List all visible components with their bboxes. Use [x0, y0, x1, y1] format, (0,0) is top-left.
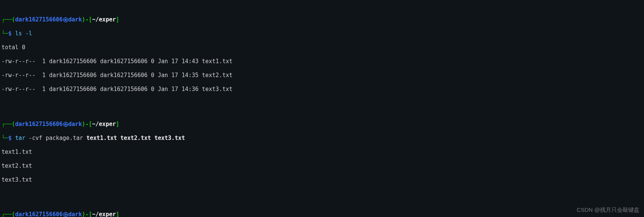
tar-output-row: text3.txt	[2, 176, 642, 184]
prompt-line-2-bottom: └─$ tar -cvf package.tar text1.txt text2…	[2, 135, 642, 142]
skull-icon: ㉿	[63, 16, 68, 23]
prompt-corner-icon: ┌──(	[2, 211, 15, 217]
prompt-corner-icon: ┌──(	[2, 16, 15, 23]
ls-row: -rw-r--r-- 1 dark1627156606 dark16271566…	[2, 86, 642, 93]
prompt-host: dark	[68, 211, 82, 217]
prompt-line-2-top: ┌──(dark1627156606㉿dark)-[~/exper]	[2, 121, 642, 128]
ls-row: -rw-r--r-- 1 dark1627156606 dark16271566…	[2, 58, 642, 65]
command-1: ls -l	[15, 30, 32, 37]
command-2-opt: -cvf	[25, 135, 46, 141]
prompt-line-1-bottom: └─$ ls -l	[2, 30, 642, 37]
command-2-name: tar	[15, 135, 25, 141]
ls-row: -rw-r--r-- 1 dark1627156606 dark16271566…	[2, 72, 642, 79]
prompt-line-3-top: ┌──(dark1627156606㉿dark)-[~/exper]	[2, 211, 642, 217]
prompt-end: ]	[116, 16, 119, 23]
command-2-files: text1.txt text2.txt text3.txt	[87, 135, 185, 141]
prompt-user: dark1627156606	[15, 16, 62, 23]
prompt-symbol: $	[8, 135, 12, 141]
output-total: total 0	[2, 44, 642, 51]
command-2-arg: package.tar	[46, 135, 86, 141]
prompt-user: dark1627156606	[15, 121, 62, 127]
prompt-path: ~/exper	[92, 16, 116, 23]
skull-icon: ㉿	[63, 211, 68, 217]
prompt-sep: )-[	[82, 211, 92, 217]
terminal[interactable]: ┌──(dark1627156606㉿dark)-[~/exper] └─$ l…	[0, 0, 644, 217]
prompt-elbow-icon: └─	[2, 135, 8, 141]
skull-icon: ㉿	[63, 121, 68, 127]
blank-line	[2, 100, 642, 107]
prompt-end: ]	[116, 121, 119, 127]
prompt-host: dark	[68, 16, 82, 23]
prompt-end: ]	[116, 211, 119, 217]
prompt-sep: )-[	[82, 16, 92, 23]
prompt-host: dark	[68, 121, 82, 127]
blank-line	[2, 190, 642, 197]
prompt-user: dark1627156606	[15, 211, 62, 217]
prompt-path: ~/exper	[92, 211, 116, 217]
prompt-sep: )-[	[82, 121, 92, 127]
prompt-elbow-icon: └─	[2, 30, 8, 37]
prompt-line-1-top: ┌──(dark1627156606㉿dark)-[~/exper]	[2, 16, 642, 23]
prompt-corner-icon: ┌──(	[2, 121, 15, 127]
tar-output-row: text1.txt	[2, 149, 642, 156]
tar-output-row: text2.txt	[2, 162, 642, 170]
prompt-path: ~/exper	[92, 121, 116, 127]
prompt-symbol: $	[8, 30, 12, 37]
watermark: CSDN @残月只会敲键盘	[577, 206, 639, 214]
